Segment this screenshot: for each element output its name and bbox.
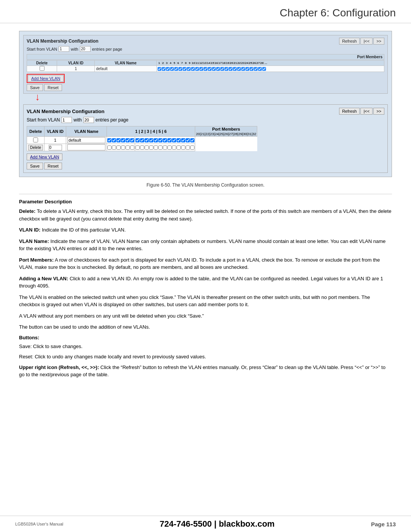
- main-row2-p5[interactable]: [126, 145, 130, 150]
- main-row2-p26[interactable]: [163, 145, 167, 150]
- main-row1-p32[interactable]: [190, 138, 194, 142]
- main-prev-btn[interactable]: |<<: [360, 108, 373, 115]
- main-row2-p23[interactable]: [149, 145, 153, 150]
- main-col-port-members: Port Members 20|21|22|23|24|25|26|27|28|…: [195, 126, 257, 137]
- main-row2-p31[interactable]: [186, 145, 190, 150]
- main-col-ports-1-6: 1 | 2 | 3 | 4 | 5 | 6: [107, 126, 195, 137]
- footer-center: 724-746-5500 | blackbox.com: [160, 519, 275, 529]
- main-start-input[interactable]: [61, 117, 72, 123]
- top-row1-port22[interactable]: [245, 67, 249, 71]
- port-members-param: Port Members: A row of checkboxes for ea…: [19, 256, 392, 271]
- top-row1-port14[interactable]: [212, 67, 216, 71]
- vlan-name-label: VLAN Name:: [19, 238, 49, 244]
- main-row2-p27[interactable]: [167, 145, 172, 150]
- top-row1-port9[interactable]: [191, 67, 195, 71]
- top-row1-port17[interactable]: [225, 67, 228, 71]
- main-row2-delete-btn[interactable]: Delete: [28, 145, 43, 150]
- main-row1-p22[interactable]: [145, 138, 149, 142]
- main-row1-p30[interactable]: [181, 138, 185, 142]
- delete-text: To delete a VLAN entry, check this box. …: [19, 208, 391, 222]
- top-row1-port4[interactable]: [170, 67, 174, 71]
- top-col-vlanname: VLAN Name: [95, 61, 156, 66]
- page-footer: LGB5028A User's Manual 724-746-5500 | bl…: [0, 516, 411, 532]
- top-row1-port24[interactable]: [254, 67, 258, 71]
- main-next-btn[interactable]: >>: [373, 108, 384, 115]
- main-row1-p20[interactable]: [135, 138, 140, 142]
- upper-right-label: Upper right icon (Refresh, <<, >>):: [19, 364, 99, 370]
- main-row1-p29[interactable]: [177, 138, 181, 142]
- main-with-input[interactable]: [83, 117, 94, 123]
- top-reset-btn[interactable]: Reset: [44, 84, 62, 91]
- top-row1-port12[interactable]: [204, 67, 207, 71]
- top-add-vlan-btn[interactable]: Add New VLAN: [28, 75, 64, 82]
- main-row2-p2[interactable]: [112, 145, 116, 150]
- top-row1-port2[interactable]: [162, 67, 166, 71]
- main-row-1: 1: [27, 137, 257, 144]
- top-row1-port8[interactable]: [187, 67, 191, 71]
- top-row1-port19[interactable]: [233, 67, 237, 71]
- top-row1-port20[interactable]: [237, 67, 241, 71]
- main-row1-p28[interactable]: [172, 138, 176, 142]
- top-row1-port10[interactable]: [195, 67, 199, 71]
- main-row1-p31[interactable]: [186, 138, 190, 142]
- main-row2-p20[interactable]: [135, 145, 140, 150]
- main-row1-p5[interactable]: [126, 138, 130, 142]
- main-row1-vlanname-input[interactable]: [67, 137, 105, 143]
- main-row2-p1[interactable]: [107, 145, 112, 150]
- main-row2-p6[interactable]: [130, 145, 134, 150]
- main-row1-p4[interactable]: [121, 138, 125, 142]
- main-refresh-btn[interactable]: Refresh: [339, 108, 360, 115]
- main-row2-vlanname-input[interactable]: [67, 144, 105, 150]
- main-row2-p25[interactable]: [158, 145, 162, 150]
- main-row1-p21[interactable]: [140, 138, 144, 142]
- main-row1-p3[interactable]: [116, 138, 121, 142]
- main-row2-vlanid-input[interactable]: [49, 145, 62, 150]
- top-start-input[interactable]: [59, 46, 69, 52]
- top-next-btn[interactable]: >>: [373, 38, 384, 45]
- main-row1-p6[interactable]: [130, 138, 134, 142]
- main-row1-delete-cb[interactable]: [33, 137, 38, 142]
- main-row2-p3[interactable]: [116, 145, 121, 150]
- top-row1-port15[interactable]: [216, 67, 220, 71]
- top-prev-btn[interactable]: |<<: [360, 38, 373, 45]
- main-row2-p24[interactable]: [154, 145, 158, 150]
- main-row1-p26[interactable]: [163, 138, 167, 142]
- main-row2-p30[interactable]: [181, 145, 185, 150]
- main-content: VLAN Membership Configuration Refresh |<…: [0, 23, 411, 389]
- main-add-vlan-btn[interactable]: Add New VLAN: [27, 153, 62, 160]
- main-row2-p4[interactable]: [121, 145, 125, 150]
- top-row1-port26[interactable]: [262, 67, 266, 71]
- main-reset-btn[interactable]: Reset: [44, 163, 62, 169]
- top-row1-port7[interactable]: [183, 67, 186, 71]
- main-row1-p24[interactable]: [154, 138, 158, 142]
- top-row1-delete-cb[interactable]: [40, 66, 45, 71]
- main-row1-p25[interactable]: [158, 138, 162, 142]
- main-row1-p2[interactable]: [112, 138, 116, 142]
- top-row1-port6[interactable]: [178, 67, 182, 71]
- main-row1-p1[interactable]: [107, 138, 112, 142]
- main-row1-p23[interactable]: [149, 138, 153, 142]
- top-row1-port25[interactable]: [258, 67, 262, 71]
- main-row2-p29[interactable]: [177, 145, 181, 150]
- top-row1-port21[interactable]: [241, 67, 245, 71]
- top-save-btn[interactable]: Save: [27, 84, 43, 91]
- top-row1-port23[interactable]: [250, 67, 253, 71]
- buttons-section-title: Buttons:: [19, 335, 392, 340]
- main-row2-p21[interactable]: [140, 145, 144, 150]
- top-row1-port11[interactable]: [199, 67, 203, 71]
- top-row1-port18[interactable]: [229, 67, 233, 71]
- top-row1-port13[interactable]: [208, 67, 212, 71]
- main-save-btn[interactable]: Save: [27, 163, 43, 169]
- top-row1-port5[interactable]: [174, 67, 178, 71]
- top-row1-port1[interactable]: [158, 67, 161, 71]
- main-row2-p32[interactable]: [190, 145, 194, 150]
- main-row2-p28[interactable]: [172, 145, 176, 150]
- main-row1-p27[interactable]: [167, 138, 172, 142]
- top-refresh-btn[interactable]: Refresh: [339, 38, 360, 45]
- main-with-label: with: [73, 117, 81, 123]
- top-row1-port3[interactable]: [166, 67, 170, 71]
- top-row1-port16[interactable]: [220, 67, 224, 71]
- top-with-input[interactable]: [80, 46, 91, 52]
- main-row2-p22[interactable]: [145, 145, 149, 150]
- adding-text: Click to add a new VLAN ID. An empty row…: [19, 276, 383, 289]
